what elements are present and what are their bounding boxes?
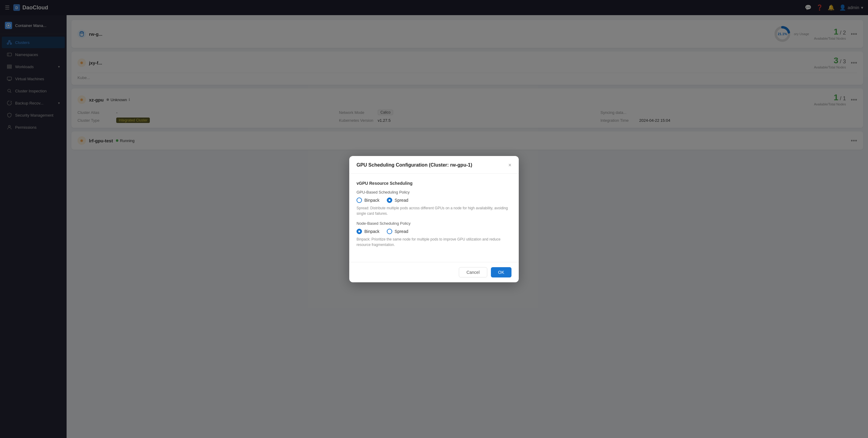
gpu-radio-group: Binpack Spread bbox=[356, 198, 512, 203]
node-radio-group: Binpack Spread bbox=[356, 229, 512, 234]
node-spread-option[interactable]: Spread bbox=[387, 229, 408, 234]
node-policy-group: Node-Based Scheduling Policy Binpack Spr… bbox=[356, 221, 512, 247]
gpu-binpack-label: Binpack bbox=[364, 198, 379, 203]
modal-overlay[interactable]: GPU Scheduling Configuration (Cluster: r… bbox=[0, 0, 868, 438]
vgpu-section-title: vGPU Resource Scheduling bbox=[356, 181, 512, 186]
gpu-spread-radio[interactable] bbox=[387, 198, 392, 203]
gpu-policy-label: GPU-Based Scheduling Policy bbox=[356, 190, 512, 195]
node-binpack-radio[interactable] bbox=[356, 229, 362, 234]
gpu-spread-option[interactable]: Spread bbox=[387, 198, 408, 203]
node-binpack-option[interactable]: Binpack bbox=[356, 229, 379, 234]
node-policy-description: Binpack: Prioritize the same node for mu… bbox=[356, 237, 512, 247]
modal-footer: Cancel OK bbox=[349, 262, 519, 282]
gpu-binpack-option[interactable]: Binpack bbox=[356, 198, 379, 203]
gpu-spread-label: Spread bbox=[395, 198, 408, 203]
modal-close-button[interactable]: × bbox=[508, 162, 512, 168]
node-spread-radio[interactable] bbox=[387, 229, 392, 234]
node-spread-label: Spread bbox=[395, 229, 408, 234]
modal-body: vGPU Resource Scheduling GPU-Based Sched… bbox=[349, 174, 519, 262]
gpu-policy-group: GPU-Based Scheduling Policy Binpack Spre… bbox=[356, 190, 512, 216]
modal-title: GPU Scheduling Configuration (Cluster: r… bbox=[356, 163, 472, 168]
vgpu-section: vGPU Resource Scheduling GPU-Based Sched… bbox=[356, 181, 512, 247]
modal-header: GPU Scheduling Configuration (Cluster: r… bbox=[349, 156, 519, 174]
node-policy-label: Node-Based Scheduling Policy bbox=[356, 221, 512, 226]
gpu-policy-description: Spread: Distribute multiple pods across … bbox=[356, 205, 512, 216]
ok-button[interactable]: OK bbox=[491, 267, 512, 278]
node-binpack-label: Binpack bbox=[364, 229, 379, 234]
cancel-button[interactable]: Cancel bbox=[459, 267, 487, 278]
modal-gpu-scheduling: GPU Scheduling Configuration (Cluster: r… bbox=[349, 156, 519, 282]
gpu-binpack-radio[interactable] bbox=[356, 198, 362, 203]
